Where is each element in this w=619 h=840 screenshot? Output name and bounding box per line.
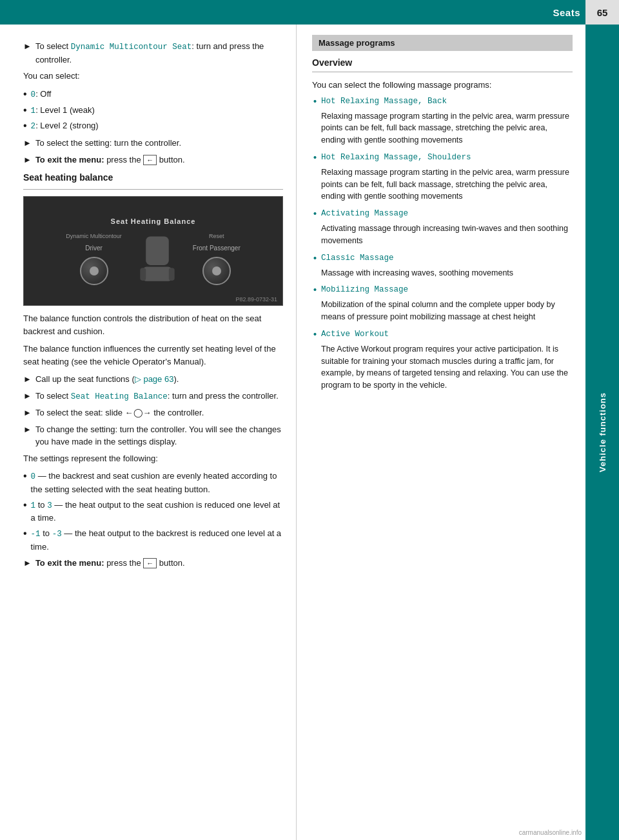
arrow-change-setting: ► To change the setting: turn the contro… [23, 423, 283, 448]
dynamic-multicontour-label: Dynamic Multicontour [66, 233, 122, 239]
main-content: ► To select Dynamic Multicontour Seat: t… [0, 25, 585, 840]
header-title: Seats [553, 7, 580, 18]
right-column: Massage programs Overview You can select… [297, 25, 585, 840]
arrow-exit-2: ► To exit the menu: press the ← button. [23, 557, 283, 570]
bullet-dot-s1: • [23, 499, 27, 525]
program-activating-name: Activating Massage [321, 209, 408, 218]
bullet-activating: • [312, 209, 318, 221]
intro-arrow-item: ► To select Dynamic Multicontour Seat: t… [23, 40, 283, 66]
arrow-select-seat: ► To select the seat: slide ←◯→ the cont… [23, 406, 283, 419]
header-bar: Seats 65 [0, 0, 619, 25]
program-mobilizing: • Mobilizing Massage Mobilization of the… [312, 285, 573, 323]
front-passenger-label: Front Passenger [193, 245, 241, 252]
driver-dial [80, 257, 108, 285]
intro-text: To select Dynamic Multicontour Seat: tur… [35, 40, 283, 66]
setting-bullet-neg1-neg3: • -1 to -3 — the heat output to the back… [23, 527, 283, 553]
passenger-dial-inner [212, 266, 221, 275]
driver-dial-inner [90, 266, 99, 275]
massage-intro-text: You can select the following massage pro… [312, 79, 573, 92]
seat-heating-heading: Seat heating balance [23, 172, 283, 183]
svg-rect-1 [143, 266, 172, 281]
seat-silhouette [135, 234, 180, 285]
arrow-icon-8: ► [23, 557, 32, 570]
bullet-hot-back: • [312, 97, 318, 108]
you-can-select: You can select: [23, 70, 283, 83]
bullet-0: • 0: Off [23, 88, 283, 101]
bullet-classic: • [312, 254, 318, 265]
divider-1 [23, 189, 283, 190]
page-number: 65 [585, 0, 619, 25]
arrow-icon-3: ► [23, 154, 32, 166]
seat-heating-image: Seat Heating Balance Dynamic Multicontou… [23, 196, 283, 306]
bullet-hot-shoulders: • [312, 153, 318, 165]
settings-represent: The settings represent the following: [23, 452, 283, 465]
passenger-dial [202, 257, 231, 285]
program-hot-shoulders: • Hot Relaxing Massage, Shoulders Relaxi… [312, 153, 573, 203]
massage-box-label: Massage programs [319, 38, 395, 48]
balance-para2: The balance function influences the curr… [23, 343, 283, 368]
program-hot-shoulders-desc: Relaxing massage program starting in the… [312, 166, 573, 203]
intro-code: Dynamic Multicontour Seat [71, 43, 192, 52]
arrow1-text: To select the setting: turn the controll… [35, 137, 181, 150]
program-hot-shoulders-name: Hot Relaxing Massage, Shoulders [321, 153, 471, 162]
svg-rect-0 [146, 236, 169, 265]
watermark: carmanualsonline.info [519, 829, 582, 836]
bullet-dot-1: • [23, 104, 27, 117]
program-classic: • Classic Massage Massage with increasin… [312, 254, 573, 279]
passenger-col: Reset Front Passenger [193, 233, 241, 285]
left-column: ► To select Dynamic Multicontour Seat: t… [0, 25, 297, 840]
program-active-workout-name: Active Workout [321, 330, 389, 339]
bullet-dot-s0: • [23, 470, 27, 495]
reset-label: Reset [209, 233, 224, 239]
program-classic-name: Classic Massage [321, 254, 394, 263]
exit-button-1: ← [143, 155, 157, 165]
program-mobilizing-title: • Mobilizing Massage [312, 285, 573, 297]
overview-heading: Overview [312, 57, 573, 68]
bullet-dot-s2: • [23, 527, 27, 553]
setting-bullet-1-3: • 1 to 3 — the heat output to the seat c… [23, 499, 283, 525]
driver-col: Dynamic Multicontour Driver [66, 233, 122, 285]
program-mobilizing-name: Mobilizing Massage [321, 285, 408, 294]
side-label: Vehicle functions [585, 25, 619, 840]
program-hot-back-desc: Relaxing massage program starting in the… [312, 110, 573, 146]
arrow-exit-1: ► To exit the menu: press the ← button. [23, 154, 283, 166]
arrow-icon-4: ► [23, 373, 32, 386]
program-activating-desc: Activating massage through increasing tw… [312, 223, 573, 247]
bullet-2: • 2: Level 2 (strong) [23, 119, 283, 133]
program-hot-back: • Hot Relaxing Massage, Back Relaxing ma… [312, 97, 573, 146]
driver-label: Driver [85, 245, 103, 252]
arrow-icon-7: ► [23, 423, 32, 448]
arrow-icon-2: ► [23, 137, 32, 150]
program-active-workout-desc: The Active Workout program requires your… [312, 343, 573, 392]
bullet-active-workout: • [312, 330, 318, 341]
svg-rect-3 [169, 268, 175, 281]
program-hot-shoulders-title: • Hot Relaxing Massage, Shoulders [312, 153, 573, 165]
program-classic-title: • Classic Massage [312, 254, 573, 265]
image-inner: Dynamic Multicontour Driver [24, 233, 282, 285]
image-title: Seat Heating Balance [111, 217, 196, 225]
setting-bullet-0: • 0 — the backrest and seat cushion are … [23, 470, 283, 495]
program-active-workout-title: • Active Workout [312, 330, 573, 341]
arrow-icon-6: ► [23, 406, 32, 419]
bullet-dot-0: • [23, 88, 27, 101]
side-label-text: Vehicle functions [598, 392, 607, 472]
program-hot-back-name: Hot Relaxing Massage, Back [321, 97, 447, 106]
program-active-workout: • Active Workout The Active Workout prog… [312, 330, 573, 392]
massage-programs-box: Massage programs [312, 35, 573, 51]
bullet-1: • 1: Level 1 (weak) [23, 104, 283, 117]
arrow-icon-5: ► [23, 390, 32, 403]
arrow-call-up: ► Call up the seat functions (▷ page 63)… [23, 373, 283, 386]
program-hot-back-title: • Hot Relaxing Massage, Back [312, 97, 573, 108]
balance-para1: The balance function controls the distri… [23, 312, 283, 337]
seat-center [135, 234, 180, 285]
arrow-select-setting: ► To select the setting: turn the contro… [23, 137, 283, 150]
arrow-icon-1: ► [23, 40, 32, 66]
program-activating-title: • Activating Massage [312, 209, 573, 221]
divider-2 [312, 72, 573, 72]
program-activating: • Activating Massage Activating massage … [312, 209, 573, 247]
bullet-mobilizing: • [312, 285, 318, 297]
svg-rect-2 [140, 268, 146, 281]
arrow-select-shb: ► To select Seat Heating Balance: turn a… [23, 390, 283, 403]
program-classic-desc: Massage with increasing waves, soothing … [312, 267, 573, 279]
program-mobilizing-desc: Mobilization of the spinal column and th… [312, 299, 573, 323]
